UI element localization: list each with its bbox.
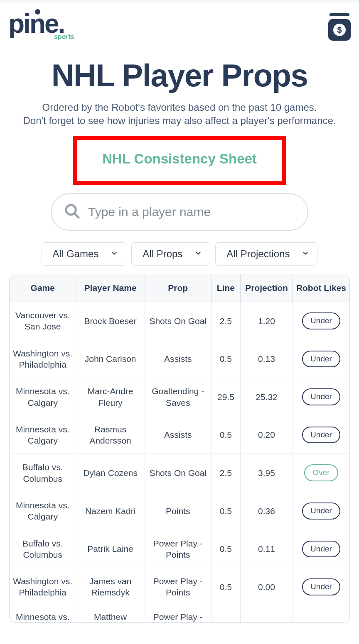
cell-projection: 1.20 [241, 302, 293, 340]
cell-projection: 0.00 [241, 568, 293, 606]
cell-prop: Power Play - Points [145, 530, 211, 568]
cell-projection: 0.36 [241, 492, 293, 530]
under-pill-button[interactable]: Under [302, 388, 340, 405]
subtitle-line-2: Don't forget to see how injuries may als… [9, 114, 350, 127]
cell-line: 0.5 [211, 416, 240, 454]
col-header-player[interactable]: Player Name [76, 274, 145, 302]
cell-game: Buffalo vs. Columbus [10, 454, 76, 492]
col-header-prop[interactable]: Prop [145, 274, 211, 302]
cell-robot-likes: Under [293, 568, 349, 606]
table-row: Vancouver vs. San JoseBrock BoeserShots … [10, 302, 349, 340]
cell-game: Buffalo vs. Columbus [10, 530, 76, 568]
cell-prop: Goaltending - Saves [145, 378, 211, 416]
cell-robot-likes: Under [293, 378, 349, 416]
cell-game: Minnesota vs. Calgary [10, 492, 76, 530]
search-container [51, 193, 308, 231]
chevron-down-icon [301, 248, 310, 260]
table-row: Minnesota vs. CalgaryRasmus AnderssonAss… [10, 416, 349, 454]
cell-game: Minnesota vs. Calgary [10, 416, 76, 454]
tip-jar-icon[interactable]: $ [328, 13, 351, 41]
cell-game: Washington vs. Philadelphia [10, 340, 76, 378]
filter-projections-select[interactable]: All Projections [215, 242, 317, 266]
cell-game: Washington vs. Philadelphia [10, 568, 76, 606]
cell-line: 0.5 [211, 568, 240, 606]
over-pill-button[interactable]: Over [304, 464, 338, 481]
table-row: Buffalo vs. ColumbusPatrik LainePower Pl… [10, 530, 349, 568]
jar-body-icon: $ [328, 19, 351, 41]
cell-prop: Shots On Goal [145, 302, 211, 340]
player-search-input[interactable] [88, 205, 295, 219]
cell-projection: 25.32 [241, 378, 293, 416]
cell-empty [211, 606, 240, 622]
cell-projection: 3.95 [241, 454, 293, 492]
cell-line: 0.5 [211, 340, 240, 378]
table-row-partial: Minnesota vs.MatthewPower Play - [10, 606, 349, 622]
cell-player: Dylan Cozens [76, 454, 145, 492]
under-pill-button[interactable]: Under [302, 427, 340, 444]
table-row: Minnesota vs. CalgaryNazem KadriPoints0.… [10, 492, 349, 530]
filter-props-label: All Props [143, 248, 182, 260]
cell-prop: Assists [145, 340, 211, 378]
col-header-projection[interactable]: Projection [241, 274, 293, 302]
cell-empty [293, 606, 349, 622]
cell-robot-likes: Under [293, 530, 349, 568]
chevron-down-icon [194, 248, 202, 260]
col-header-likes[interactable]: Robot Likes [293, 274, 349, 302]
highlight-box: NHL Consistency Sheet [73, 136, 286, 185]
chevron-down-icon [110, 248, 118, 260]
table-row: Washington vs. PhiladelphiaJames van Rie… [10, 568, 349, 606]
table-row: Buffalo vs. ColumbusDylan CozensShots On… [10, 454, 349, 492]
cell-player: Matthew [76, 606, 145, 622]
cell-empty [241, 606, 293, 622]
under-pill-button[interactable]: Under [302, 503, 340, 520]
cell-projection: 0.11 [241, 530, 293, 568]
cell-line: 0.5 [211, 530, 240, 568]
under-pill-button[interactable]: Under [302, 578, 340, 595]
table-row: Minnesota vs. CalgaryMarc-Andre FleuryGo… [10, 378, 349, 416]
jar-lid-icon [329, 13, 349, 16]
cell-game: Minnesota vs. Calgary [10, 378, 76, 416]
props-table: Game Player Name Prop Line Projection Ro… [10, 274, 349, 622]
cell-robot-likes: Under [293, 416, 349, 454]
cell-player: Patrik Laine [76, 530, 145, 568]
under-pill-button[interactable]: Under [302, 312, 340, 329]
cell-robot-likes: Over [293, 454, 349, 492]
dollar-icon: $ [333, 24, 346, 36]
cell-robot-likes: Under [293, 340, 349, 378]
subtitle-line-1: Ordered by the Robot's favorites based o… [9, 101, 350, 114]
cell-robot-likes: Under [293, 302, 349, 340]
table-row: Washington vs. PhiladelphiaJohn CarlsonA… [10, 340, 349, 378]
cell-prop: Assists [145, 416, 211, 454]
under-pill-button[interactable]: Under [302, 541, 340, 558]
cell-line: 0.5 [211, 492, 240, 530]
page-title: NHL Player Props [9, 57, 350, 93]
cell-prop: Power Play - [145, 606, 211, 622]
cell-player: Marc-Andre Fleury [76, 378, 145, 416]
logo[interactable]: pine. sports [8, 13, 74, 40]
cell-player: Nazem Kadri [76, 492, 145, 530]
filter-props-select[interactable]: All Props [131, 242, 210, 266]
main-content: NHL Player Props Ordered by the Robot's … [0, 57, 359, 623]
filter-projections-label: All Projections [226, 248, 290, 260]
filter-games-select[interactable]: All Games [42, 242, 127, 266]
page-subtitle: Ordered by the Robot's favorites based o… [9, 101, 350, 128]
cell-prop: Power Play - Points [145, 568, 211, 606]
svg-line-1 [74, 213, 79, 217]
search-icon [64, 203, 81, 221]
cell-line: 29.5 [211, 378, 240, 416]
cell-projection: 0.20 [241, 416, 293, 454]
cell-projection: 0.13 [241, 340, 293, 378]
logo-main-text: pine. [8, 13, 64, 34]
consistency-sheet-link[interactable]: NHL Consistency Sheet [102, 151, 257, 166]
under-pill-button[interactable]: Under [302, 351, 340, 368]
top-divider [0, 0, 359, 3]
col-header-game[interactable]: Game [10, 274, 76, 302]
col-header-line[interactable]: Line [211, 274, 240, 302]
cell-line: 2.5 [211, 302, 240, 340]
cell-prop: Points [145, 492, 211, 530]
cell-player: Brock Boeser [76, 302, 145, 340]
filters-row: All Games All Props All Projections [9, 242, 350, 266]
table-header-row: Game Player Name Prop Line Projection Ro… [10, 274, 349, 302]
cell-player: James van Riemsdyk [76, 568, 145, 606]
cell-line: 2.5 [211, 454, 240, 492]
